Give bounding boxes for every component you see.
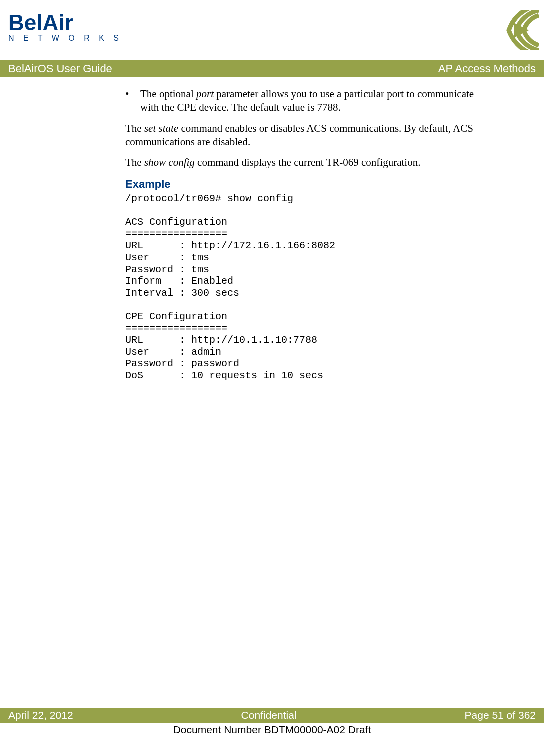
paragraph: The show config command displays the cur… <box>125 156 494 169</box>
page-footer: April 22, 2012 Confidential Page 51 of 3… <box>0 708 544 736</box>
main-content: • The optional port parameter allows you… <box>0 77 544 392</box>
text-emphasis: show config <box>144 156 195 168</box>
bullet-item: • The optional port parameter allows you… <box>125 87 494 115</box>
page-header: BelAir N E T W O R K S <box>0 0 544 60</box>
text-fragment: The optional <box>140 88 196 100</box>
paragraph: The set state command enables or disable… <box>125 122 494 149</box>
text-fragment: command displays the current TR-069 conf… <box>195 156 421 168</box>
code-block: /protocol/tr069# show config ACS Configu… <box>125 193 494 382</box>
section-title: AP Access Methods <box>438 62 536 75</box>
example-heading: Example <box>125 177 494 192</box>
doc-title: BelAirOS User Guide <box>8 62 112 75</box>
company-logo: BelAir N E T W O R K S <box>5 10 122 43</box>
decorative-arcs-icon <box>489 10 539 50</box>
footer-docnum: Document Number BDTM00000-A02 Draft <box>0 724 544 736</box>
footer-page: Page 51 of 362 <box>465 709 536 721</box>
text-fragment: The <box>125 122 144 134</box>
title-bar: BelAirOS User Guide AP Access Methods <box>0 60 544 77</box>
text-fragment: The <box>125 156 144 168</box>
footer-colored-bar: April 22, 2012 Confidential Page 51 of 3… <box>0 708 544 723</box>
text-emphasis: set state <box>144 122 178 134</box>
bullet-text: The optional port parameter allows you t… <box>140 87 494 115</box>
footer-confidential: Confidential <box>241 709 297 721</box>
bullet-marker: • <box>125 87 140 115</box>
footer-date: April 22, 2012 <box>8 709 73 721</box>
text-emphasis: port <box>196 88 214 100</box>
logo-line1: BelAir <box>8 13 122 33</box>
logo-line2: N E T W O R K S <box>8 34 122 43</box>
